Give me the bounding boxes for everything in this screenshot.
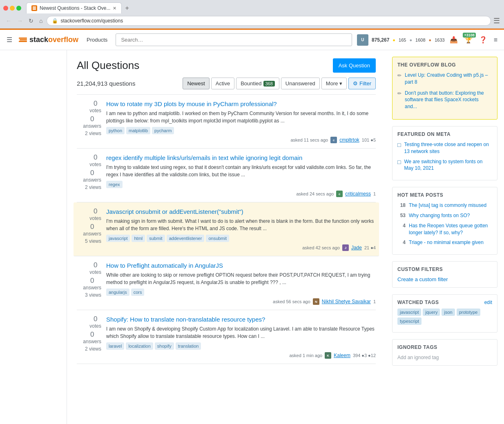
nav-home-button[interactable]: ⌂ <box>38 17 44 25</box>
tag[interactable]: localization <box>126 342 153 350</box>
asked-time: asked 24 secs ago <box>296 191 334 196</box>
tab-bar: Newest Questions - Stack Ove... ✕ + <box>26 2 132 13</box>
blog-link-2[interactable]: Don't push that button: Exploring the so… <box>405 90 492 110</box>
browser-menu-button[interactable]: ☰ <box>493 16 500 25</box>
user-name-link[interactable]: cmpltrtok <box>339 137 359 143</box>
more-filter-button[interactable]: More ▾ <box>321 78 347 89</box>
page-header: All Questions Ask Question <box>77 58 376 73</box>
bronze-badge: ● <box>429 38 432 42</box>
newest-filter-button[interactable]: Newest <box>183 78 209 89</box>
question-stats: 0 votes 0 answers 3 views <box>77 261 101 305</box>
blog-link-1[interactable]: Level Up: Creative Coding with p5.js – p… <box>405 72 492 86</box>
tag[interactable]: regex <box>106 181 123 188</box>
achievements-button[interactable]: 🏆 +3108 <box>463 34 474 45</box>
user-avatar[interactable]: U <box>357 34 368 46</box>
watched-tag[interactable]: json <box>442 309 455 316</box>
vote-count: 0 votes <box>89 100 101 113</box>
nav-refresh-button[interactable]: ↻ <box>27 17 35 25</box>
question-title-link[interactable]: How to rotate my 3D plots by mouse in Py… <box>106 100 376 108</box>
tag[interactable]: javascript <box>106 235 130 242</box>
products-nav-button[interactable]: Products <box>83 34 111 45</box>
add-ignored-tag-input[interactable]: Add an ignored tag <box>397 355 439 360</box>
search-input[interactable] <box>116 33 352 46</box>
ignored-tags-section: Ignored Tags Add an ignored tag <box>392 339 497 366</box>
tag[interactable]: laravel <box>106 342 124 350</box>
tag[interactable]: html <box>132 235 145 242</box>
view-count: 2 views <box>85 346 101 352</box>
user-name-link[interactable]: Nikhil Shetye Savaikar <box>322 299 371 304</box>
so-logo[interactable]: stackoverflow <box>19 36 78 44</box>
edit-watched-tags-link[interactable]: edit <box>484 300 492 305</box>
meta-link-2[interactable]: □ We are switching to system fonts on Ma… <box>397 158 492 172</box>
question-title-link[interactable]: How to Preflight automatically in Angula… <box>106 261 376 270</box>
hot-meta-link[interactable]: Triage - no minimal example given <box>409 239 484 246</box>
tag[interactable]: pycharm <box>152 127 174 134</box>
vote-count: 0 votes <box>89 207 101 221</box>
asked-time: asked 1 min ago <box>289 353 322 358</box>
nav-forward-button[interactable]: → <box>16 17 25 25</box>
tag[interactable]: submit <box>147 235 165 242</box>
nav-back-button[interactable]: ← <box>4 17 13 25</box>
filter-button[interactable]: ⚙ Filter <box>348 78 376 89</box>
user-rep-mini: 1 <box>373 191 376 196</box>
watched-tags-section: Watched Tags edit javascript jquery json… <box>392 294 497 333</box>
question-title-link[interactable]: Javascript onsubmit or addEventListener(… <box>106 207 376 216</box>
maximize-button[interactable] <box>16 6 21 11</box>
tag[interactable]: translation <box>176 342 201 350</box>
tab-title: Newest Questions - Stack Ove... <box>40 5 110 11</box>
minimize-button[interactable] <box>10 6 15 11</box>
tag[interactable]: angularjs <box>106 289 129 296</box>
table-row: 0 votes 0 answers 3 views How to Preflig… <box>77 256 376 310</box>
inbox-button[interactable]: 📥 <box>448 34 459 45</box>
tag[interactable]: onsubmit <box>206 235 229 242</box>
logo-bar-1 <box>19 38 27 39</box>
watched-tag[interactable]: prototype <box>457 309 480 316</box>
tag[interactable]: matplotlib <box>126 127 150 134</box>
asked-time: asked 11 secs ago <box>290 138 328 142</box>
watched-tag[interactable]: typescript <box>397 317 421 325</box>
ask-question-button[interactable]: Ask Question <box>333 58 376 73</box>
meta-link-1[interactable]: □ Testing three-vote close and reopen on… <box>397 141 492 155</box>
tag[interactable]: python <box>106 127 125 134</box>
question-title-link[interactable]: Shopify: How to translate non-translatab… <box>106 315 376 324</box>
custom-filters-section: Custom Filters Create a custom filter <box>392 261 497 288</box>
hamburger-menu-button[interactable]: ☰ <box>5 34 14 45</box>
address-bar[interactable]: 🔒 stackoverflow.com/questions <box>47 16 491 26</box>
user-name-link[interactable]: Jade <box>351 245 362 251</box>
question-excerpt: While other are looking to skip or remov… <box>106 271 376 286</box>
user-name-link[interactable]: Kaleem <box>334 353 350 358</box>
logo-bar-3 <box>19 41 27 42</box>
tag[interactable]: shopify <box>155 342 174 350</box>
active-filter-button[interactable]: Active <box>211 78 234 89</box>
user-name-link[interactable]: criticalmess <box>345 191 371 197</box>
custom-filters-title: Custom Filters <box>397 266 492 272</box>
active-tab[interactable]: Newest Questions - Stack Ove... ✕ <box>26 2 122 13</box>
table-row: 0 votes 0 answers 2 views regex identify… <box>77 149 376 202</box>
watched-tag[interactable]: javascript <box>397 309 421 316</box>
user-options-button[interactable]: ≡ <box>492 35 499 45</box>
create-custom-filter-link[interactable]: Create a custom filter <box>397 276 448 282</box>
user-mini-avatar: K <box>325 352 331 359</box>
logo-bar-2 <box>20 39 27 40</box>
tag[interactable]: cors <box>131 289 145 296</box>
bronze-count: 1633 <box>435 38 444 42</box>
browser-controls[interactable] <box>3 6 21 11</box>
watched-tag[interactable]: jquery <box>423 309 440 316</box>
hot-meta-link[interactable]: Has the Reopen Votes queue gotten longer… <box>409 222 492 236</box>
help-button[interactable]: ❓ <box>477 34 489 45</box>
meta-square-icon: □ <box>397 141 401 149</box>
question-footer: asked 1 min ago K Kaleem 394 ●3 ●12 <box>106 352 376 359</box>
tag[interactable]: addeventlistener <box>167 235 205 242</box>
close-button[interactable] <box>3 6 8 11</box>
hot-meta-count: 53 <box>397 212 406 219</box>
pencil-icon: ✏ <box>397 90 401 110</box>
new-tab-button[interactable]: + <box>122 3 132 13</box>
unanswered-filter-button[interactable]: Unanswered <box>281 78 320 89</box>
tab-close-icon[interactable]: ✕ <box>113 6 116 11</box>
so-logo-icon <box>19 38 27 42</box>
hot-meta-link[interactable]: Why changing fonts on SO? <box>409 212 470 219</box>
bountied-filter-button[interactable]: Bountied368 <box>236 78 279 89</box>
question-title-link[interactable]: regex identify multiple links/urls/email… <box>106 153 376 162</box>
hot-meta-link[interactable]: The [visa] tag is commonly misused <box>409 202 486 209</box>
questions-meta: 21,204,913 questions Newest Active Bount… <box>77 78 376 89</box>
